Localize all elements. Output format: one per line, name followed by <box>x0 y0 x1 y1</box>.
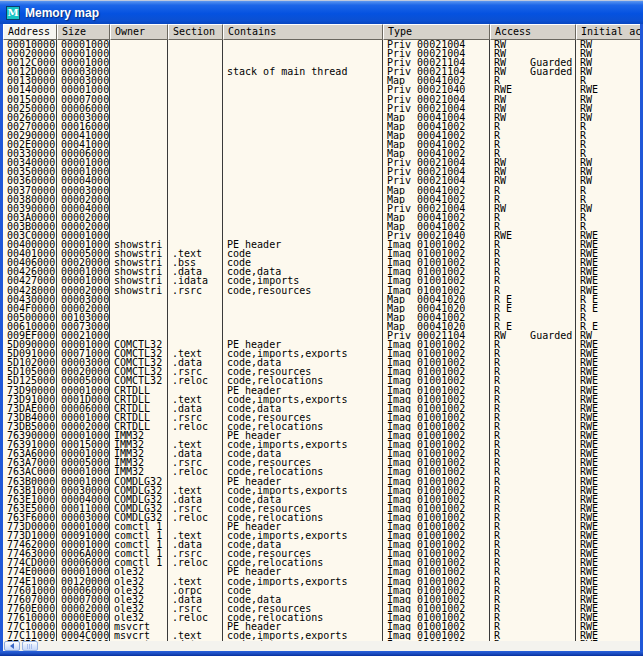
column-header-section[interactable]: Section <box>168 24 223 40</box>
table-row[interactable]: 763A600000001000IMM32.datacode,dataImag … <box>3 449 640 458</box>
table-row[interactable]: 0014000000001000Priv 00021040RWERWE <box>3 85 640 94</box>
table-row[interactable]: 004F000000002000Map 00041020R ER E <box>3 304 640 313</box>
cell-contains <box>223 76 383 85</box>
cell-address: 76390000 <box>3 431 57 440</box>
column-header-type[interactable]: Type <box>383 24 490 40</box>
table-row[interactable]: 0050000000103000Map 00041002RR <box>3 313 640 322</box>
cell-owner: COMDLG32 <box>110 495 168 504</box>
column-header-access[interactable]: Access <box>490 24 576 40</box>
cell-type: Imag 01001002 <box>383 267 490 276</box>
table-row[interactable]: 0042600000001000showstri.datacode,dataIm… <box>3 267 640 276</box>
table-row[interactable]: 0025000000006000Priv 00021004RWRW <box>3 104 640 113</box>
table-row[interactable]: 5D09000000001000COMCTL32PE headerImag 01… <box>3 340 640 349</box>
scroll-left-button[interactable] <box>4 641 20 651</box>
table-row[interactable]: 0038000000002000Map 00041002RR <box>3 195 640 204</box>
table-row[interactable]: 7746200000001000comctl_1.datacode,dataIm… <box>3 540 640 549</box>
table-row[interactable]: 003A000000002000Map 00041002RR <box>3 213 640 222</box>
table-row[interactable]: 763AC00000001000IMM32.reloccode,relocati… <box>3 467 640 476</box>
table-row[interactable]: 003C000000001000Priv 00021040RWERWE <box>3 231 640 240</box>
cell-type: Map 00041002 <box>383 195 490 204</box>
cell-address: 76391000 <box>3 440 57 449</box>
cell-type: Imag 01001002 <box>383 249 490 258</box>
table-row[interactable]: 773D000000001000comctl_1PE headerImag 01… <box>3 522 640 531</box>
scrollbar-thumb[interactable] <box>22 641 38 651</box>
table-row[interactable]: 0037000000003000Map 00041002RR <box>3 186 640 195</box>
table-row[interactable]: 0033000000006000Map 00041002RR <box>3 149 640 158</box>
table-row[interactable]: 009EF00000021000Priv 00021104RW GuardedR… <box>3 331 640 340</box>
table-row[interactable]: 763E500000011000COMDLG32.rsrccode,resour… <box>3 504 640 513</box>
table-row[interactable]: 0012D00000003000stack of main threadPriv… <box>3 67 640 76</box>
table-row[interactable]: 0042700000001000showstri.idatacode,impor… <box>3 276 640 285</box>
cell-section <box>168 140 223 149</box>
table-row[interactable]: 0040100000005000showstri.textcodeImag 01… <box>3 249 640 258</box>
table-row[interactable]: 0026000000003000Map 00041004RWRW <box>3 113 640 122</box>
cell-access: R <box>490 213 576 222</box>
cell-initial: RW <box>576 331 640 340</box>
table-row[interactable]: 0029000000041000Map 00041002RR <box>3 131 640 140</box>
cell-access: R <box>490 549 576 558</box>
table-row[interactable]: 763E100000004000COMDLG32.datacode,dataIm… <box>3 495 640 504</box>
table-row[interactable]: 0040000000001000showstriPE headerImag 01… <box>3 240 640 249</box>
column-header-contains[interactable]: Contains <box>223 24 383 40</box>
table-row[interactable]: 763B000000001000COMDLG32PE headerImag 01… <box>3 477 640 486</box>
table-row[interactable]: 763A700000005000IMM32.rsrccode,resources… <box>3 458 640 467</box>
table-row[interactable]: 73DB500000002000CRTDLL.reloccode,relocat… <box>3 422 640 431</box>
column-header-initial[interactable]: Initial access <box>576 24 640 40</box>
cell-owner <box>110 186 168 195</box>
table-row[interactable]: 0012C00000001000Priv 00021104RW GuardedR… <box>3 58 640 67</box>
table-row[interactable]: 776100000000E000ole32.reloccode,relocati… <box>3 613 640 622</box>
table-row[interactable]: 73D910000001D000CRTDLL.textcode,imports,… <box>3 395 640 404</box>
table-row[interactable]: 5D09100000071000COMCTL32.textcode,import… <box>3 349 640 358</box>
table-row[interactable]: 5D10500000020000COMCTL32.rsrccode,resour… <box>3 367 640 376</box>
table-row[interactable]: 0001000000001000Priv 00021004RWRW <box>3 40 640 49</box>
table-row[interactable]: 773D100000091000comctl_1.textcode,import… <box>3 531 640 540</box>
cell-type: Imag 01001002 <box>383 558 490 567</box>
table-row[interactable]: 77C1000000001000msvcrtPE headerImag 0100… <box>3 622 640 631</box>
table-row[interactable]: 7760E00000002000ole32.rsrccode,resources… <box>3 604 640 613</box>
table-row[interactable]: 0042800000002000showstri.rsrccode,resour… <box>3 286 640 295</box>
cell-contains <box>223 295 383 304</box>
table-row[interactable]: 774630000006A000comctl_1.rsrccode,resour… <box>3 549 640 558</box>
cell-address: 00390000 <box>3 204 57 213</box>
table-row[interactable]: 73DB400000001000CRTDLL.rsrccode,resource… <box>3 413 640 422</box>
table-row[interactable]: 763F600000003000COMDLG32.reloccode,reloc… <box>3 513 640 522</box>
table-row[interactable]: 0039000000004000Priv 00021004RWRW <box>3 204 640 213</box>
table-row[interactable]: 7639000000001000IMM32PE headerImag 01001… <box>3 431 640 440</box>
table-row[interactable]: 7760100000006000ole32.orpccodeImag 01001… <box>3 586 640 595</box>
table-row[interactable]: 763B100000030000COMDLG32.textcode,import… <box>3 486 640 495</box>
table-row[interactable]: 002E000000041000Map 00041002RR <box>3 140 640 149</box>
titlebar[interactable]: M Memory map <box>0 1 643 24</box>
cell-owner: COMDLG32 <box>110 504 168 513</box>
cell-owner <box>110 176 168 185</box>
table-row[interactable]: 0015000000007000Priv 00021004RWRW <box>3 95 640 104</box>
cell-access: R <box>490 495 576 504</box>
column-header-owner[interactable]: Owner <box>110 24 168 40</box>
table-row[interactable]: 0036000000004000Priv 00021004RWRW <box>3 176 640 185</box>
table-row[interactable]: 0035000000001000Priv 00021004RWRW <box>3 167 640 176</box>
table-row[interactable]: 7760700000007000ole32.datacode,dataImag … <box>3 595 640 604</box>
table-row[interactable]: 774CD00000006000comctl_1.reloccode,reloc… <box>3 558 640 567</box>
table-row[interactable]: 7639100000015000IMM32.textcode,imports,e… <box>3 440 640 449</box>
cell-section <box>168 186 223 195</box>
column-header-size[interactable]: Size <box>57 24 110 40</box>
table-row[interactable]: 0040600000020000showstri.bsscodeImag 010… <box>3 258 640 267</box>
table-row[interactable]: 5D10200000003000COMCTL32.datacode,dataIm… <box>3 358 640 367</box>
table-row[interactable]: 5D12500000005000COMCTL32.reloccode,reloc… <box>3 376 640 385</box>
table-row[interactable]: 0027000000016000Map 00041002RR <box>3 122 640 131</box>
horizontal-scrollbar[interactable] <box>3 641 640 651</box>
table-row[interactable]: 73D9000000001000CRTDLLPE headerImag 0100… <box>3 386 640 395</box>
table-row[interactable]: 774E100000120000ole32.textcode,imports,e… <box>3 577 640 586</box>
scrollbar-track[interactable] <box>38 641 640 651</box>
table-row[interactable]: 73DAE00000006000CRTDLL.datacode,dataImag… <box>3 404 640 413</box>
cell-access: R <box>490 440 576 449</box>
column-header-address[interactable]: Address <box>3 24 57 40</box>
table-row[interactable]: 0061000000073000Map 00041020R ER E <box>3 322 640 331</box>
cell-size: 00073000 <box>57 322 110 331</box>
table-row[interactable]: 77C110000004C000msvcrt.textcode,imports,… <box>3 631 640 640</box>
table-row[interactable]: 0013000000003000Map 00041002RR <box>3 76 640 85</box>
table-row[interactable]: 003B000000002000Map 00041002RR <box>3 222 640 231</box>
table-row[interactable]: 0002000000001000Priv 00021004RWRW <box>3 49 640 58</box>
table-row[interactable]: 774E000000001000ole32PE headerImag 01001… <box>3 567 640 576</box>
table-row[interactable]: 0043000000003000Map 00041020R ER E <box>3 295 640 304</box>
table-row[interactable]: 0034000000001000Priv 00021004RWRW <box>3 158 640 167</box>
